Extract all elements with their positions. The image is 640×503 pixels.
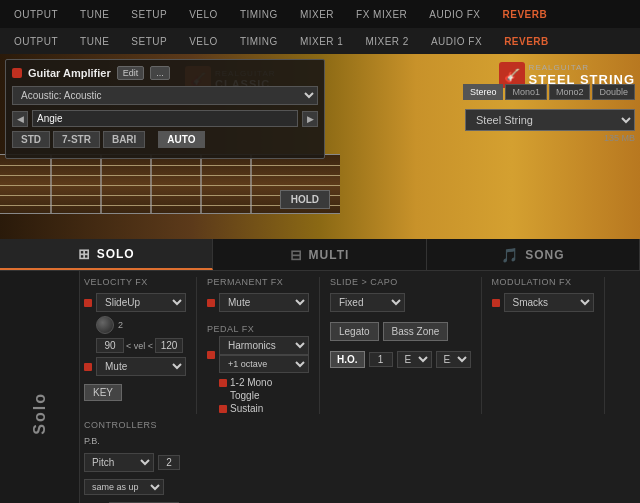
mono1-button[interactable]: Mono1 [505,84,547,100]
amp-more-button[interactable]: ... [150,66,170,80]
amp-edit-button[interactable]: Edit [117,66,145,80]
controllers-section: CONTROLLERS P.B. Pitch same as up [84,420,194,503]
vel-knob[interactable] [96,316,114,334]
preset-prev-button[interactable]: ◀ [12,111,28,127]
pedal-fx-row2: 1-2 Mono Toggle Sustain [219,377,309,414]
vel-fx-indicator-2 [84,363,92,371]
pedal-fx-sustain-row: Sustain [219,403,309,414]
nav-reverb-top[interactable]: REVERB [493,5,558,24]
left-strip: Solo [0,271,80,503]
song-tab-label: SONG [525,248,564,262]
nav-output[interactable]: OUTPUT [4,5,68,24]
pedal-fx-item2-3: Sustain [230,403,263,414]
mod-fx-indicator [492,299,500,307]
perm-fx-select[interactable]: Mute [219,293,309,312]
vel-fx-select-1[interactable]: SlideUp [96,293,186,312]
double-button[interactable]: Double [592,84,635,100]
preset-name: Angie [32,110,298,127]
pedal-fx-label: PEDAL FX [207,324,309,334]
nav2-timing[interactable]: TIMING [230,32,288,51]
nav2-mixer2[interactable]: MIXER 2 [355,32,419,51]
nav2-velo[interactable]: VELO [179,32,228,51]
ho-button[interactable]: H.O. [330,351,365,368]
pedal-fx-indicator-2 [219,379,227,387]
vel-fx-indicator-1 [84,299,92,307]
hold-button[interactable]: HOLD [280,190,330,209]
stereo-button[interactable]: Stereo [463,84,504,100]
mode-bari-button[interactable]: BARI [103,131,145,148]
slide-capo-label: SLIDE > CAPO [330,277,471,287]
legato-bass-row: Legato Bass Zone [330,322,471,341]
pedal-fx-item2-2: Toggle [230,390,309,401]
velocity-range-row: < vel < [96,338,186,353]
e1-select[interactable]: E1 [397,351,432,368]
nav2-audio-fx[interactable]: AUDIO FX [421,32,492,51]
permanent-fx-label: PERMANENT FX [207,277,309,287]
steel-logo-name: REALGUITAR [529,63,635,72]
nav-fx-mixer[interactable]: FX MIXER [346,5,417,24]
steel-string-size: 135 MB [465,133,635,143]
ho-value[interactable] [369,352,393,367]
modulation-fx-label: MODULATION FX [492,277,594,287]
key-button[interactable]: KEY [84,384,122,401]
velocity-fx-section: VELOCITY FX SlideUp 2 < vel < [84,277,186,414]
fret-4 [200,155,202,213]
solo-side-label: Solo [31,392,49,435]
pedal-fx-item-row: 1-2 Mono [219,377,309,388]
nav2-tune[interactable]: TUNE [70,32,119,51]
pedal-fx-indicator-1 [207,351,215,359]
amp-title: Guitar Amplifier [28,67,111,79]
controllers-label: CONTROLLERS [84,420,194,430]
pitch-value[interactable] [158,455,180,470]
nav-audio-fx[interactable]: AUDIO FX [419,5,490,24]
pedal-fx-col: Harmonics +1 octave [219,336,309,373]
nav2-setup[interactable]: SETUP [121,32,177,51]
tab-solo[interactable]: ⊞ SOLO [0,239,213,270]
bass-zone-button[interactable]: Bass Zone [383,322,449,341]
legato-button[interactable]: Legato [330,322,379,341]
vel-range-low[interactable] [96,338,124,353]
permanent-fx-section: PERMANENT FX Mute PEDAL FX [207,277,309,414]
mode-auto-button[interactable]: AUTO [158,131,204,148]
slide-mode-select[interactable]: Fixed [330,293,405,312]
nav-timing[interactable]: TIMING [230,5,288,24]
pedal-fx-row1: Harmonics +1 octave [207,336,309,373]
nav-mixer[interactable]: MIXER [290,5,344,24]
fx-row-container: VELOCITY FX SlideUp 2 < vel < [80,271,640,503]
vel-range-high[interactable] [155,338,183,353]
pedal-fx-subsection: PEDAL FX Harmonics +1 octave [207,324,309,414]
nav2-reverb[interactable]: REVERB [494,32,559,51]
pitch-select[interactable]: Pitch [84,453,154,472]
nav2-mixer1[interactable]: MIXER 1 [290,32,354,51]
steel-string-select[interactable]: Steel String [465,109,635,131]
mode-7str-button[interactable]: 7-STR [53,131,100,148]
mono2-button[interactable]: Mono2 [549,84,591,100]
divider-4 [604,277,605,414]
vel-fx-select-2[interactable]: Mute [96,357,186,376]
amp-preset-select[interactable]: Acoustic: Acoustic [12,86,318,105]
amp-header: Guitar Amplifier Edit ... [12,66,318,80]
tab-multi[interactable]: ⊟ MULTI [213,239,426,270]
nav2-output[interactable]: OUTPUT [4,32,68,51]
nav-velo[interactable]: VELO [179,5,228,24]
mode-std-button[interactable]: STD [12,131,50,148]
pedal-fx-sub-select[interactable]: +1 octave [219,355,309,373]
nav-tune[interactable]: TUNE [70,5,119,24]
modulation-fx-section: MODULATION FX Smacks [492,277,594,414]
e2-select[interactable]: E2 [436,351,471,368]
pedal-fx-select-1[interactable]: Harmonics [219,336,309,355]
tab-song[interactable]: 🎵 SONG [427,239,640,270]
output-buttons: Stereo Mono1 Mono2 Double [463,84,635,100]
main-fx-area: VELOCITY FX SlideUp 2 < vel < [80,271,640,503]
nav-setup[interactable]: SETUP [121,5,177,24]
preset-next-button[interactable]: ▶ [302,111,318,127]
fret-1 [50,155,52,213]
divider-1 [196,277,197,414]
same-as-select[interactable]: same as up [84,479,164,495]
steel-string-area: Steel String 135 MB [465,109,635,143]
pedal-fx-indicator-3 [219,405,227,413]
mode-buttons: STD 7-STR BARI AUTO [12,131,318,148]
preset-row: ◀ Angie ▶ [12,110,318,127]
solo-tab-label: SOLO [97,247,135,261]
mod-fx-select[interactable]: Smacks [504,293,594,312]
